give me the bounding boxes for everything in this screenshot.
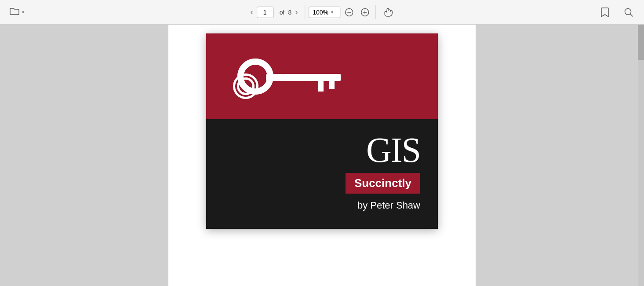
page-number-input[interactable]: [257, 7, 273, 18]
of-label: of: [280, 9, 285, 16]
bookmark-button[interactable]: [597, 5, 613, 19]
hand-tool-button[interactable]: [379, 5, 397, 19]
book-title: GIS: [366, 132, 420, 168]
next-page-button[interactable]: ›: [291, 6, 301, 18]
scrollbar-track[interactable]: [638, 25, 644, 286]
chevron-down-icon: ▾: [22, 10, 24, 15]
zoom-select[interactable]: 100% ▾: [309, 7, 340, 18]
folder-button[interactable]: ▾: [7, 5, 27, 19]
toolbar-divider-1: [305, 5, 305, 19]
book-cover: GIS Succinctly by Peter Shaw: [206, 33, 438, 229]
document-viewer: GIS Succinctly by Peter Shaw: [168, 25, 476, 286]
folder-icon: [10, 7, 19, 17]
next-icon: ›: [295, 7, 298, 17]
zoom-chevron-icon: ▾: [331, 10, 333, 15]
cover-bottom: GIS Succinctly by Peter Shaw: [206, 119, 438, 229]
svg-rect-11: [318, 81, 324, 92]
zoom-group: 100% ▾: [309, 6, 372, 18]
pagination-group: ‹ of 8 › 100% ▾: [247, 5, 397, 19]
toolbar-right: [597, 5, 637, 19]
zoom-in-button[interactable]: [358, 6, 372, 18]
succinctly-badge: Succinctly: [346, 173, 420, 194]
zoom-level-label: 100%: [313, 9, 328, 16]
zoom-out-button[interactable]: [342, 6, 356, 18]
page-input-group: [257, 7, 273, 18]
prev-icon: ‹: [251, 7, 253, 17]
total-pages: 8: [288, 9, 291, 16]
toolbar: ▾ ‹ of 8 › 100% ▾: [0, 0, 644, 25]
svg-rect-13: [333, 74, 341, 81]
right-panel: [476, 25, 644, 286]
left-panel: [0, 25, 168, 286]
prev-page-button[interactable]: ‹: [247, 6, 257, 18]
toolbar-center: ‹ of 8 › 100% ▾: [247, 5, 397, 19]
svg-rect-10: [266, 74, 334, 81]
author-text: by Peter Shaw: [357, 200, 420, 211]
main-area: GIS Succinctly by Peter Shaw: [0, 25, 644, 286]
toolbar-left: ▾: [7, 5, 27, 19]
svg-line-6: [630, 14, 633, 16]
cover-top: [206, 33, 438, 119]
toolbar-divider-2: [375, 5, 376, 19]
svg-rect-12: [329, 81, 335, 89]
key-illustration: [224, 37, 351, 116]
scrollbar-thumb[interactable]: [638, 25, 644, 60]
search-button[interactable]: [620, 6, 637, 19]
